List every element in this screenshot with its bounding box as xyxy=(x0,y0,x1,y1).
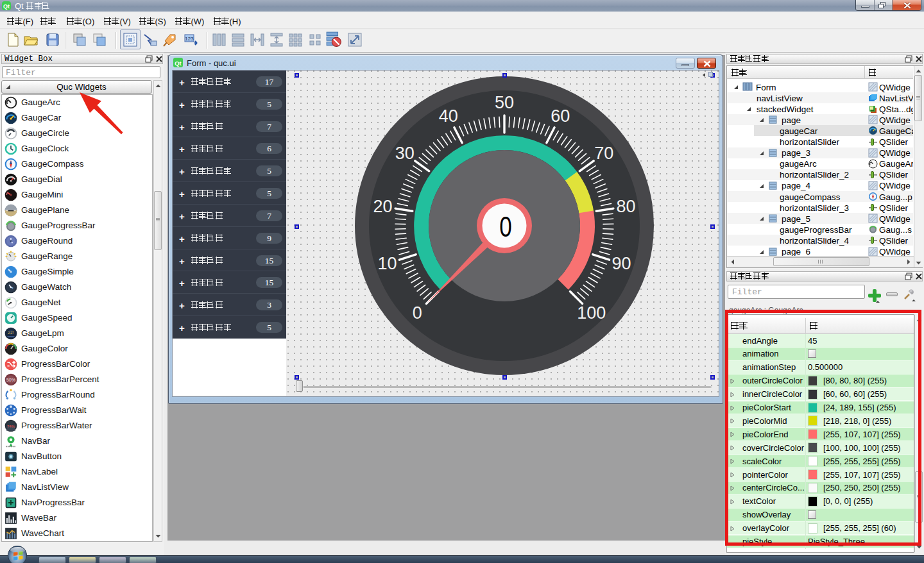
svg-text:60: 60 xyxy=(551,106,570,126)
svg-text:Qt: Qt xyxy=(175,60,182,67)
svg-text:74%: 74% xyxy=(7,424,15,428)
svg-text:70: 70 xyxy=(594,144,613,163)
svg-text:50%: 50% xyxy=(6,377,16,383)
svg-text:40: 40 xyxy=(439,106,458,126)
svg-text:2.27: 2.27 xyxy=(8,331,14,335)
svg-text:20: 20 xyxy=(373,197,392,216)
svg-text:Qt: Qt xyxy=(3,3,10,10)
svg-text:50: 50 xyxy=(495,93,514,112)
svg-text:80: 80 xyxy=(617,197,636,216)
svg-text:10: 10 xyxy=(377,254,397,273)
svg-text:100: 100 xyxy=(577,303,606,323)
svg-text:0: 0 xyxy=(413,303,422,323)
svg-text:0: 0 xyxy=(499,210,512,243)
svg-text:123: 123 xyxy=(185,36,194,42)
svg-text:90: 90 xyxy=(612,254,631,273)
svg-text:30: 30 xyxy=(395,144,415,163)
